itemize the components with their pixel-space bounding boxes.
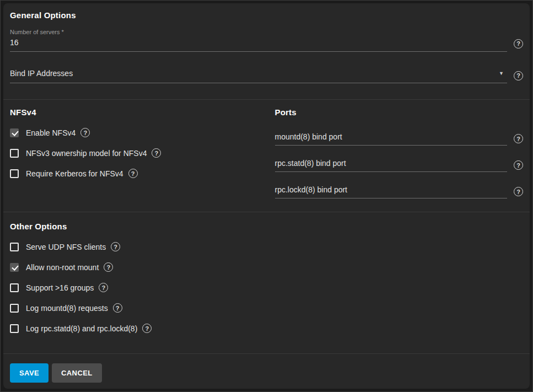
nfsv3-ownership-row: NFSv3 ownership model for NFSv4 ?	[10, 148, 259, 158]
help-icon[interactable]: ?	[113, 303, 122, 313]
support-16-groups-row: Support >16 groups ?	[10, 283, 523, 292]
rpc-statd-bind-port-label: rpc.statd(8) bind port	[275, 159, 346, 168]
ports-column: Ports mountd(8) bind port ? rpc.statd(8)…	[275, 108, 524, 201]
allow-nonroot-checkbox[interactable]	[10, 263, 19, 272]
serve-udp-row: Serve UDP NFS clients ?	[10, 242, 523, 251]
number-of-servers-label: Number of servers *	[10, 29, 523, 35]
require-kerberos-checkbox[interactable]	[10, 169, 19, 178]
mountd-bind-port-input[interactable]: mountd(8) bind port	[275, 132, 508, 146]
log-statd-lockd-label: Log rpc.statd(8) and rpc.lockd(8)	[26, 324, 137, 333]
save-button[interactable]: SAVE	[10, 363, 49, 383]
cancel-button[interactable]: CANCEL	[52, 363, 102, 383]
bind-ip-addresses-select[interactable]: Bind IP Addresses ▼	[10, 68, 507, 83]
enable-nfsv4-row: Enable NFSv4 ?	[10, 128, 259, 137]
help-icon[interactable]: ?	[514, 39, 523, 49]
serve-udp-label: Serve UDP NFS clients	[26, 243, 106, 251]
help-icon[interactable]: ?	[128, 169, 138, 178]
help-icon[interactable]: ?	[514, 187, 523, 196]
general-options-title: General Options	[10, 10, 523, 20]
help-icon[interactable]: ?	[514, 71, 523, 80]
help-icon[interactable]: ?	[514, 134, 523, 143]
rpc-lockd-bind-port-field: rpc.lockd(8) bind port ?	[275, 185, 524, 198]
other-options-title: Other Options	[10, 222, 523, 231]
log-mountd-checkbox[interactable]	[10, 304, 19, 313]
allow-nonroot-row: Allow non-root mount ?	[10, 262, 523, 272]
help-icon[interactable]: ?	[104, 262, 113, 272]
rpc-statd-bind-port-field: rpc.statd(8) bind port ?	[275, 159, 524, 172]
help-icon[interactable]: ?	[152, 148, 161, 158]
rpc-lockd-bind-port-input[interactable]: rpc.lockd(8) bind port	[275, 185, 508, 198]
nfsv3-ownership-label: NFSv3 ownership model for NFSv4	[26, 149, 147, 158]
allow-nonroot-label: Allow non-root mount	[26, 263, 99, 272]
section-other-options: Other Options Serve UDP NFS clients ? Al…	[3, 212, 530, 353]
nfsv3-ownership-checkbox[interactable]	[10, 149, 19, 158]
log-mountd-label: Log mountd(8) requests	[26, 304, 108, 313]
bind-ip-addresses-label: Bind IP Addresses	[10, 69, 73, 78]
rpc-statd-bind-port-input[interactable]: rpc.statd(8) bind port	[275, 159, 508, 172]
serve-udp-checkbox[interactable]	[10, 243, 19, 251]
require-kerberos-row: Require Kerberos for NFSv4 ?	[10, 169, 259, 178]
enable-nfsv4-checkbox[interactable]	[10, 128, 19, 137]
mountd-bind-port-label: mountd(8) bind port	[275, 132, 342, 141]
bind-ip-addresses-field: Bind IP Addresses ▼ ?	[10, 68, 523, 83]
help-icon[interactable]: ?	[514, 160, 523, 170]
chevron-down-icon: ▼	[499, 71, 504, 76]
ports-title: Ports	[275, 108, 524, 117]
support-16-groups-label: Support >16 groups	[26, 283, 94, 292]
nfsv4-title: NFSv4	[10, 108, 259, 117]
enable-nfsv4-label: Enable NFSv4	[26, 128, 76, 137]
nfs-settings-screen: General Options Number of servers * ? Bi…	[0, 0, 533, 392]
help-icon[interactable]: ?	[80, 128, 90, 137]
log-mountd-row: Log mountd(8) requests ?	[10, 303, 523, 313]
log-statd-lockd-checkbox[interactable]	[10, 324, 19, 333]
number-of-servers-input[interactable]	[10, 36, 507, 52]
require-kerberos-label: Require Kerberos for NFSv4	[26, 169, 123, 178]
rpc-lockd-bind-port-label: rpc.lockd(8) bind port	[275, 185, 348, 194]
nfsv4-column: NFSv4 Enable NFSv4 ? NFSv3 ownership mod…	[10, 108, 275, 201]
section-nfsv4-ports: NFSv4 Enable NFSv4 ? NFSv3 ownership mod…	[3, 100, 530, 212]
nfs-settings-card: General Options Number of servers * ? Bi…	[3, 3, 530, 389]
help-icon[interactable]: ?	[142, 324, 152, 333]
mountd-bind-port-field: mountd(8) bind port ?	[275, 132, 524, 146]
form-actions: SAVE CANCEL	[3, 354, 530, 383]
section-general-options: General Options Number of servers * ? Bi…	[3, 3, 530, 99]
support-16-groups-checkbox[interactable]	[10, 283, 19, 292]
log-statd-lockd-row: Log rpc.statd(8) and rpc.lockd(8) ?	[10, 324, 523, 333]
help-icon[interactable]: ?	[111, 242, 120, 251]
help-icon[interactable]: ?	[99, 283, 108, 292]
number-of-servers-field: Number of servers * ?	[10, 29, 523, 52]
